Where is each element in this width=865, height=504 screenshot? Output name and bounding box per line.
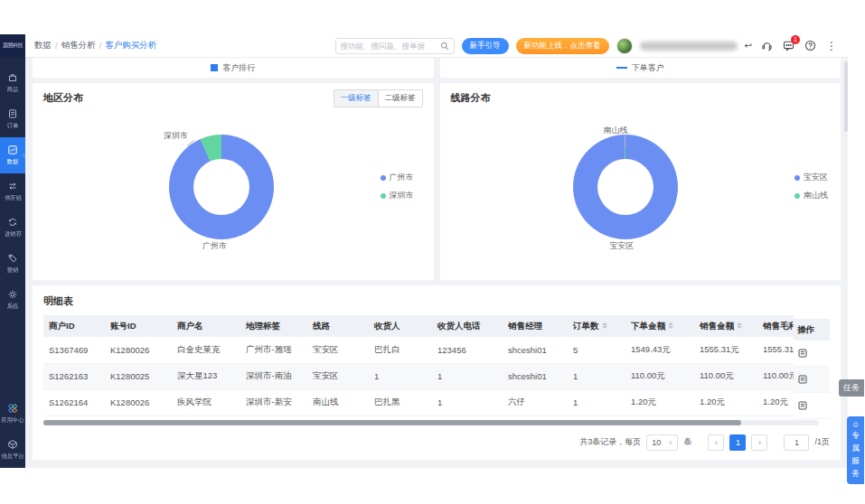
sidebar-item-marketing[interactable]: 营销 bbox=[0, 246, 25, 282]
col-header: 线路 bbox=[307, 315, 369, 337]
fixed-operation-column: 操作 bbox=[794, 319, 830, 419]
sidebar-item-supply-chain[interactable]: 供应链 bbox=[0, 173, 25, 210]
col-header-sortable[interactable]: 订单数 bbox=[568, 315, 625, 337]
promo-button[interactable]: 新功能上线，点击查看 bbox=[516, 38, 609, 54]
table-row[interactable]: S1367469K1280026白金史莱克广州市-雅瑶宝安区巴扎白123456s… bbox=[43, 337, 794, 363]
sidebar-spacer bbox=[0, 318, 25, 396]
legend-dot-icon bbox=[794, 193, 800, 199]
col-header: 收货人 bbox=[369, 315, 432, 337]
guide-button[interactable]: 新手引导 bbox=[462, 38, 509, 54]
more-menu-icon[interactable]: ⋮ bbox=[824, 39, 839, 53]
legend-item[interactable]: 广州市 bbox=[381, 172, 414, 183]
panel-ordering-customers-bottom: 下单客户 bbox=[440, 58, 841, 78]
messages-icon[interactable]: 1 bbox=[781, 39, 795, 53]
breadcrumb-separator: / bbox=[55, 41, 58, 51]
breadcrumb-item[interactable]: 销售分析 bbox=[61, 40, 96, 51]
legend-item[interactable]: 宝安区 bbox=[794, 172, 828, 183]
legend-label[interactable]: 客户排行 bbox=[222, 62, 255, 74]
cycle-icon bbox=[7, 217, 18, 228]
sidebar-item-data[interactable]: 数据 bbox=[0, 137, 25, 173]
breadcrumb-item[interactable]: 数据 bbox=[34, 40, 52, 51]
col-header: 操作 bbox=[794, 319, 830, 341]
region-donut-chart[interactable] bbox=[169, 135, 274, 239]
panel-title: 线路分布 bbox=[451, 91, 831, 105]
next-page-button[interactable]: › bbox=[751, 434, 767, 451]
col-header: 销售经理 bbox=[503, 315, 568, 337]
detail-table: 商户ID 账号ID 商户名 地理标签 线路 收货人 收货人电话 销售经理 订单数 bbox=[43, 315, 794, 416]
support-headset-icon[interactable] bbox=[759, 39, 774, 53]
pagination-unit: 条 bbox=[683, 436, 691, 448]
brand-logo[interactable]: 源慧科技 bbox=[0, 34, 25, 58]
help-icon[interactable] bbox=[803, 39, 817, 53]
route-donut-chart[interactable] bbox=[573, 135, 678, 239]
route-distribution-panel: 线路分布 南山线 宝安区 宝安区 南山线 bbox=[440, 83, 841, 280]
pie-slice-label: 广州市 bbox=[202, 240, 227, 252]
order-icon bbox=[7, 108, 18, 119]
sidebar-item-inventory[interactable]: 进销存 bbox=[0, 210, 25, 246]
chevron-down-icon: ∨ bbox=[668, 439, 672, 446]
bag-icon bbox=[7, 72, 18, 83]
view-detail-icon[interactable] bbox=[797, 348, 808, 359]
chart-legend: 宝安区 南山线 bbox=[794, 172, 828, 201]
service-float-tab[interactable]: ☺ 专 属 服 务 bbox=[847, 416, 864, 484]
breadcrumb: 数据 / 销售分析 / 客户购买分析 bbox=[34, 40, 156, 51]
pie-slice-label: 南山线 bbox=[604, 125, 628, 136]
table-header-row: 商户ID 账号ID 商户名 地理标签 线路 收货人 收货人电话 销售经理 订单数 bbox=[43, 315, 794, 337]
pagination-total-text: 共3条记录，每页 bbox=[579, 436, 641, 448]
prev-page-button[interactable]: ‹ bbox=[708, 434, 724, 451]
global-search[interactable] bbox=[335, 38, 455, 54]
view-detail-icon[interactable] bbox=[797, 400, 808, 411]
sort-caret-icon[interactable] bbox=[602, 322, 607, 329]
search-icon bbox=[440, 42, 449, 51]
col-header-sortable[interactable]: 销售金额 bbox=[694, 315, 757, 337]
view-detail-icon[interactable] bbox=[797, 374, 808, 385]
legend-item[interactable]: 深圳市 bbox=[381, 190, 414, 201]
legend-dot-icon bbox=[381, 193, 386, 199]
sidebar-item-goods[interactable]: 商品 bbox=[0, 65, 25, 101]
chart-line-icon bbox=[7, 145, 18, 155]
page-jump-input[interactable] bbox=[784, 434, 809, 451]
current-page-button[interactable]: 1 bbox=[729, 434, 746, 451]
panel-customer-ranking-bottom: 客户排行 bbox=[33, 58, 434, 78]
sort-caret-icon[interactable] bbox=[737, 322, 742, 329]
main-content: 客户排行 下单客户 地区分布 一级标签 二级标签 bbox=[25, 58, 848, 468]
col-header: 商户名 bbox=[172, 315, 240, 337]
horizontal-scrollbar-thumb[interactable] bbox=[43, 420, 741, 425]
tag-level-toggle: 一级标签 二级标签 bbox=[334, 89, 423, 107]
sidebar-item-system[interactable]: 系统 bbox=[0, 282, 25, 318]
sidebar-item-orders[interactable]: 订单 bbox=[0, 101, 25, 137]
service-char: 务 bbox=[851, 468, 860, 480]
col-header: 收货人电话 bbox=[432, 315, 503, 337]
notification-badge: 1 bbox=[791, 35, 800, 44]
sidebar-item-info-platform[interactable]: 信息平台 bbox=[0, 432, 25, 468]
legend-item[interactable]: 南山线 bbox=[794, 190, 828, 201]
table-scroll-area: 商户ID 账号ID 商户名 地理标签 线路 收货人 收货人电话 销售经理 订单数 bbox=[43, 315, 794, 416]
col-header-sortable[interactable]: 下单金额 bbox=[625, 315, 694, 337]
table-row[interactable]: S1262164K1280026疾风学院深圳市-新安南山线巴扎黑1六仔11.20… bbox=[43, 389, 794, 415]
user-avatar[interactable] bbox=[616, 38, 633, 54]
switch-account-icon[interactable]: ↩ bbox=[745, 41, 752, 51]
pagination-total-pages: /1页 bbox=[814, 436, 830, 448]
pie-slice-label: 宝安区 bbox=[610, 240, 635, 252]
page-size-select[interactable]: 10 ∨ bbox=[646, 434, 678, 451]
vertical-scrollbar-thumb[interactable] bbox=[844, 61, 848, 132]
secondary-tag-button[interactable]: 二级标签 bbox=[378, 89, 423, 107]
sort-caret-icon[interactable] bbox=[668, 322, 673, 329]
pagination: 共3条记录，每页 10 ∨ 条 ‹ 1 › /1页 bbox=[43, 434, 830, 451]
breadcrumb-separator: / bbox=[99, 41, 102, 51]
table-row[interactable]: S1262163K1280025深大星123深圳市-南油宝安区11shceshi… bbox=[43, 363, 794, 389]
user-name-redacted bbox=[640, 42, 738, 51]
task-float-tab[interactable]: 任务 bbox=[839, 379, 864, 397]
navbar-right: 新手引导 新功能上线，点击查看 ↩ 1 ⋮ bbox=[335, 38, 848, 54]
primary-tag-button[interactable]: 一级标签 bbox=[334, 89, 378, 107]
detail-table-panel: 明细表 商户ID 账号ID 商户名 地理标签 bbox=[33, 285, 841, 460]
legend-square-icon bbox=[211, 64, 218, 71]
search-input[interactable] bbox=[341, 42, 440, 51]
sidebar-item-app-center[interactable]: 应用中心 bbox=[0, 396, 25, 432]
cube-icon bbox=[7, 439, 18, 450]
legend-label[interactable]: 下单客户 bbox=[632, 62, 664, 74]
col-header: 账号ID bbox=[105, 315, 172, 337]
screen: 源慧科技 数据 / 销售分析 / 客户购买分析 新手引导 新功能上线，点击查看 … bbox=[0, 0, 865, 504]
row-operation-cell bbox=[794, 393, 830, 419]
service-char: 专 bbox=[851, 430, 860, 442]
